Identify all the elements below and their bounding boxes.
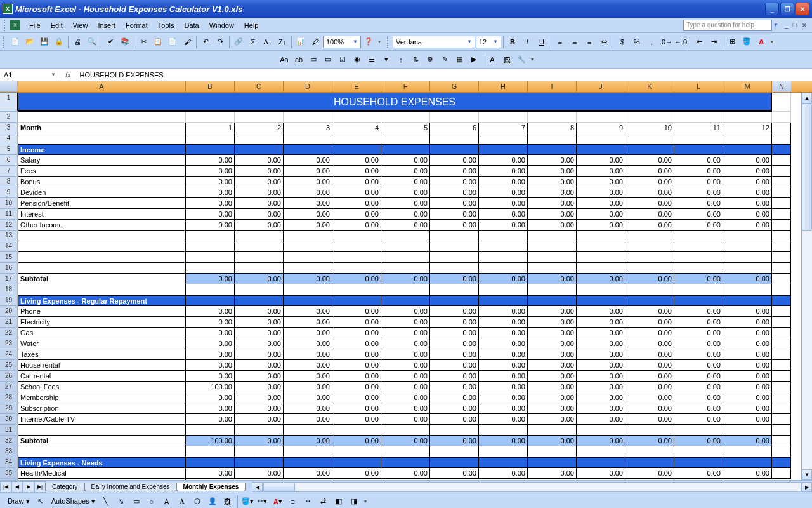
col-header-E[interactable]: E	[332, 81, 381, 92]
cell[interactable]: 0.00	[186, 306, 235, 317]
cells-grid[interactable]: HOUSEHOLD EXPENSESMonth123456789101112In…	[18, 93, 801, 480]
row-header-16[interactable]: 16	[0, 263, 18, 274]
col-header-B[interactable]: B	[186, 81, 235, 92]
cell[interactable]: 0.00	[235, 360, 284, 371]
cell[interactable]: 0.00	[430, 349, 479, 360]
cell[interactable]	[430, 263, 479, 274]
cell[interactable]: 0.00	[479, 306, 528, 317]
cell[interactable]	[332, 295, 381, 306]
cell[interactable]: 0.00	[284, 414, 332, 425]
cell[interactable]	[430, 144, 479, 155]
cell[interactable]: 2	[235, 123, 284, 133]
cell[interactable]: 0.00	[479, 371, 528, 382]
permission-icon[interactable]: 🔒	[52, 35, 66, 49]
cell[interactable]	[772, 220, 791, 231]
cell[interactable]: 0.00	[284, 392, 332, 403]
cell[interactable]: 0.00	[625, 155, 674, 166]
cell[interactable]	[332, 144, 381, 155]
borders-icon[interactable]: ⊞	[725, 35, 739, 49]
cell[interactable]	[772, 457, 791, 468]
cell[interactable]: 0.00	[235, 382, 284, 392]
cell[interactable]: 0.00	[674, 220, 723, 231]
cell[interactable]: 0.00	[674, 166, 723, 177]
print-preview-icon[interactable]: 🔍	[85, 35, 99, 49]
cell[interactable]	[772, 328, 791, 338]
cell[interactable]: 0.00	[381, 468, 430, 479]
row-header-26[interactable]: 26	[0, 371, 18, 382]
cell[interactable]: 0.00	[235, 177, 284, 187]
cell[interactable]: 0.00	[430, 177, 479, 187]
cell[interactable]	[625, 295, 674, 306]
cell[interactable]	[479, 231, 528, 241]
cell[interactable]: 0.00	[723, 360, 772, 371]
col-header-L[interactable]: L	[674, 81, 723, 92]
cell[interactable]	[235, 457, 284, 468]
cell[interactable]: 0.00	[186, 177, 235, 187]
cell[interactable]	[674, 231, 723, 241]
cell[interactable]	[18, 284, 186, 295]
cell[interactable]	[284, 295, 332, 306]
cell[interactable]: 0.00	[479, 209, 528, 220]
cell[interactable]	[235, 112, 284, 123]
cell[interactable]: Living Expenses - Regular Repayment	[18, 295, 186, 306]
cell[interactable]	[723, 295, 772, 306]
cell[interactable]: 0.00	[577, 392, 625, 403]
line-color-icon[interactable]: ✏▾	[256, 495, 270, 509]
currency-icon[interactable]: $	[615, 35, 629, 49]
cell[interactable]	[332, 133, 381, 144]
cell[interactable]: 0.00	[479, 198, 528, 209]
cell[interactable]	[18, 133, 186, 144]
cell[interactable]	[772, 93, 791, 112]
cell[interactable]: 0.00	[723, 414, 772, 425]
fill-color-icon[interactable]: 🪣	[740, 35, 754, 49]
cell[interactable]: 0.00	[284, 382, 332, 392]
redo-icon[interactable]: ↷	[213, 35, 227, 49]
cell[interactable]: 0.00	[625, 360, 674, 371]
cell[interactable]: 0.00	[430, 274, 479, 284]
cell[interactable]: 0.00	[577, 198, 625, 209]
cell[interactable]: 0.00	[430, 468, 479, 479]
cell[interactable]: 0.00	[235, 349, 284, 360]
toolbar-options-icon[interactable]: ▾	[376, 39, 383, 44]
cell[interactable]: 0.00	[528, 209, 577, 220]
cell[interactable]	[284, 457, 332, 468]
cell[interactable]: 0.00	[381, 360, 430, 371]
3d-icon[interactable]: ◨	[347, 495, 361, 509]
select-all-corner[interactable]	[0, 81, 18, 92]
cell[interactable]	[235, 425, 284, 436]
row-header-2[interactable]: 2	[0, 112, 18, 123]
toolbar-grip[interactable]	[4, 20, 8, 31]
cell[interactable]: 0.00	[186, 360, 235, 371]
cell[interactable]: 0.00	[577, 209, 625, 220]
cell[interactable]	[772, 306, 791, 317]
cell[interactable]: 0.00	[186, 328, 235, 338]
line-icon[interactable]: ╲	[99, 495, 113, 509]
cell[interactable]: 0.00	[625, 468, 674, 479]
cell[interactable]: 0.00	[674, 274, 723, 284]
cell[interactable]: 0.00	[723, 177, 772, 187]
formula-input[interactable]: HOUSEHOLD EXPENSES	[76, 71, 812, 79]
cell[interactable]: 0.00	[381, 198, 430, 209]
cell[interactable]	[674, 284, 723, 295]
comma-icon[interactable]: ,	[645, 35, 658, 49]
cell[interactable]: 0.00	[528, 306, 577, 317]
cell[interactable]	[18, 231, 186, 241]
cell[interactable]: 0.00	[528, 198, 577, 209]
save-icon[interactable]: 💾	[37, 35, 51, 49]
col-header-K[interactable]: K	[625, 81, 674, 92]
cell[interactable]: Income	[18, 144, 186, 155]
cell[interactable]	[430, 252, 479, 263]
cell[interactable]	[772, 252, 791, 263]
row-header-14[interactable]: 14	[0, 241, 18, 252]
cell[interactable]: 0.00	[332, 414, 381, 425]
help-icon[interactable]: ❓	[362, 35, 376, 49]
cell[interactable]	[186, 457, 235, 468]
cell[interactable]: 0.00	[723, 306, 772, 317]
cell[interactable]: 0.00	[674, 306, 723, 317]
shadow-icon[interactable]: ◧	[332, 495, 346, 509]
cell[interactable]	[577, 263, 625, 274]
cell[interactable]	[332, 446, 381, 457]
cell[interactable]: 0.00	[577, 360, 625, 371]
cell[interactable]	[430, 295, 479, 306]
scroll-left-icon[interactable]: ◀	[252, 482, 263, 492]
